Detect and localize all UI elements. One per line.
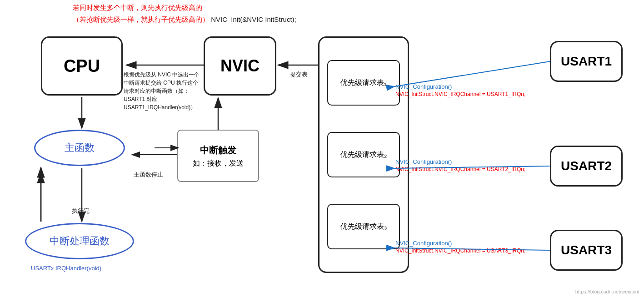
- irq-channel-label-3: NVIC_InitStruct.NVIC_IRQChannel = USART3…: [395, 247, 525, 254]
- nvic-config-label-1: NVIC_Configuration(): [395, 83, 452, 90]
- nvic-box: NVIC: [204, 36, 276, 96]
- main-function-ellipse: 主函数: [34, 130, 125, 166]
- trigger-box: 中断触发 如：接收，发送: [177, 130, 259, 182]
- irq-channel-label-1: NVIC_InitStruct.NVIC_IRQChannel = USART1…: [395, 91, 525, 97]
- diagram-container: 若同时发生多个中断，则先执行优先级高的 （若抢断优先级一样，就执行子优先级高的）…: [0, 0, 644, 298]
- priority-table-1: 优先级请求表₁: [327, 60, 400, 106]
- priority-table-2: 优先级请求表₂: [327, 132, 400, 177]
- isr-handler-label: USARTx IRQHandler(void): [31, 265, 101, 272]
- priority-table-3: 优先级请求表₃: [327, 204, 400, 249]
- irq-channel-label-2: NVIC_InitStruct.NVIC_IRQChannel = USART2…: [395, 166, 525, 172]
- top-note-priority2: （若抢断优先级一样，就执行子优先级高的） NVIC_Init(&NVIC Ini…: [73, 15, 296, 24]
- nvic-config-label-2: NVIC_Configuration(): [395, 158, 452, 165]
- cpu-box: CPU: [41, 36, 123, 96]
- watermark: https://blog.csdn.net/weiybinf: [575, 289, 639, 294]
- submit-table-label: 提交表: [290, 71, 308, 79]
- main-stop-label: 主函数停止: [134, 171, 163, 179]
- usart3-box: USART3: [550, 230, 623, 271]
- priority-table-container: 优先级请求表₁ 优先级请求表₂ 优先级请求表₃: [318, 36, 409, 273]
- svg-line-11: [394, 61, 550, 86]
- exec-done-label: 执行完: [72, 207, 90, 215]
- usart2-box: USART2: [550, 146, 623, 187]
- isr-ellipse: 中断处理函数: [25, 223, 134, 259]
- top-note-priority: 若同时发生多个中断，则先执行优先级高的: [73, 4, 202, 12]
- cpu-annotation: 根据优先级从 NVIC 中选出一个中断请求提交给 CPU 执行这个请求对应的中断…: [124, 71, 201, 111]
- nvic-config-label-3: NVIC_Configuration(): [395, 240, 452, 247]
- usart1-box: USART1: [550, 41, 623, 82]
